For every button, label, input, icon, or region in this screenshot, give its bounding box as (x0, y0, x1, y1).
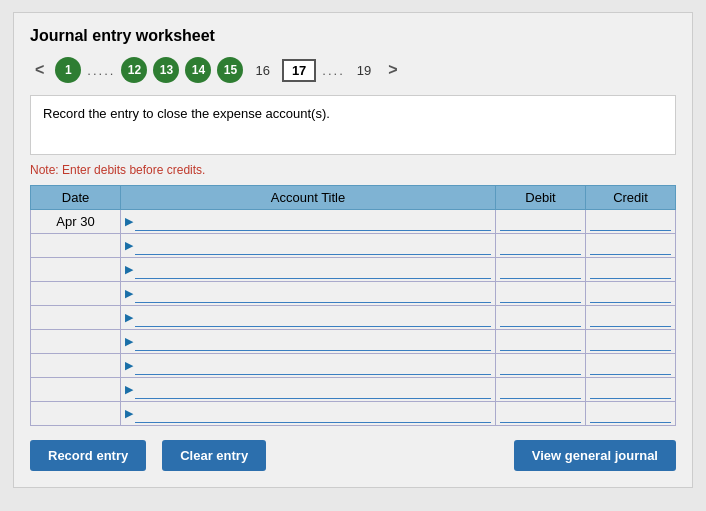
button-row: Record entry Clear entry View general jo… (30, 440, 676, 471)
row-arrow-icon: ▶ (125, 407, 133, 420)
date-cell (31, 402, 121, 426)
date-cell: Apr 30 (31, 210, 121, 234)
credit-cell[interactable] (586, 402, 676, 426)
debit-input[interactable] (500, 309, 581, 327)
credit-cell[interactable] (586, 234, 676, 258)
row-arrow-icon: ▶ (125, 311, 133, 324)
credit-input[interactable] (590, 357, 671, 375)
account-title-input[interactable] (135, 381, 491, 399)
account-title-input[interactable] (135, 285, 491, 303)
credit-cell[interactable] (586, 354, 676, 378)
account-cell[interactable]: ▶ (121, 402, 496, 426)
account-cell[interactable]: ▶ (121, 306, 496, 330)
account-title-input[interactable] (135, 405, 491, 423)
instruction-box: Record the entry to close the expense ac… (30, 95, 676, 155)
account-title-input[interactable] (135, 309, 491, 327)
debit-cell[interactable] (496, 282, 586, 306)
journal-table: Date Account Title Debit Credit Apr 30▶▶… (30, 185, 676, 426)
debit-input[interactable] (500, 285, 581, 303)
account-cell[interactable]: ▶ (121, 234, 496, 258)
account-title-input[interactable] (135, 333, 491, 351)
date-cell (31, 258, 121, 282)
table-row: ▶ (31, 258, 676, 282)
dots-2: .... (322, 63, 344, 78)
credit-cell[interactable] (586, 306, 676, 330)
tab-14[interactable]: 14 (185, 57, 211, 83)
debit-input[interactable] (500, 357, 581, 375)
page-title: Journal entry worksheet (30, 27, 676, 45)
account-cell[interactable]: ▶ (121, 210, 496, 234)
debit-cell[interactable] (496, 354, 586, 378)
credit-cell[interactable] (586, 330, 676, 354)
credit-cell[interactable] (586, 378, 676, 402)
header-debit: Debit (496, 186, 586, 210)
debit-cell[interactable] (496, 330, 586, 354)
debit-input[interactable] (500, 237, 581, 255)
debit-input[interactable] (500, 405, 581, 423)
debit-input[interactable] (500, 213, 581, 231)
table-row: ▶ (31, 234, 676, 258)
tab-19[interactable]: 19 (351, 61, 377, 80)
account-cell[interactable]: ▶ (121, 354, 496, 378)
account-title-input[interactable] (135, 213, 491, 231)
record-entry-button[interactable]: Record entry (30, 440, 146, 471)
debit-input[interactable] (500, 261, 581, 279)
clear-entry-button[interactable]: Clear entry (162, 440, 266, 471)
table-row: Apr 30▶ (31, 210, 676, 234)
next-arrow[interactable]: > (383, 59, 402, 81)
account-title-input[interactable] (135, 357, 491, 375)
credit-input[interactable] (590, 237, 671, 255)
account-cell[interactable]: ▶ (121, 330, 496, 354)
tab-13[interactable]: 13 (153, 57, 179, 83)
credit-input[interactable] (590, 285, 671, 303)
dots-1: ..... (87, 63, 115, 78)
row-arrow-icon: ▶ (125, 359, 133, 372)
account-cell[interactable]: ▶ (121, 258, 496, 282)
instruction-text: Record the entry to close the expense ac… (43, 106, 330, 121)
main-container: Journal entry worksheet < 1 ..... 12 13 … (13, 12, 693, 488)
view-journal-button[interactable]: View general journal (514, 440, 676, 471)
debit-cell[interactable] (496, 402, 586, 426)
credit-input[interactable] (590, 405, 671, 423)
debit-cell[interactable] (496, 210, 586, 234)
debit-cell[interactable] (496, 258, 586, 282)
note-text: Note: Enter debits before credits. (30, 163, 676, 177)
debit-cell[interactable] (496, 306, 586, 330)
tab-12[interactable]: 12 (121, 57, 147, 83)
tab-16[interactable]: 16 (249, 61, 275, 80)
table-row: ▶ (31, 306, 676, 330)
debit-cell[interactable] (496, 378, 586, 402)
tab-1[interactable]: 1 (55, 57, 81, 83)
tab-17-active[interactable]: 17 (282, 59, 316, 82)
credit-input[interactable] (590, 381, 671, 399)
date-cell (31, 330, 121, 354)
row-arrow-icon: ▶ (125, 335, 133, 348)
date-cell (31, 378, 121, 402)
debit-input[interactable] (500, 381, 581, 399)
date-cell (31, 354, 121, 378)
credit-input[interactable] (590, 333, 671, 351)
tab-15[interactable]: 15 (217, 57, 243, 83)
row-arrow-icon: ▶ (125, 383, 133, 396)
date-cell (31, 234, 121, 258)
credit-input[interactable] (590, 261, 671, 279)
date-cell (31, 282, 121, 306)
account-cell[interactable]: ▶ (121, 378, 496, 402)
account-title-input[interactable] (135, 237, 491, 255)
credit-cell[interactable] (586, 210, 676, 234)
credit-input[interactable] (590, 213, 671, 231)
credit-cell[interactable] (586, 282, 676, 306)
row-arrow-icon: ▶ (125, 239, 133, 252)
account-cell[interactable]: ▶ (121, 282, 496, 306)
credit-input[interactable] (590, 309, 671, 327)
credit-cell[interactable] (586, 258, 676, 282)
account-title-input[interactable] (135, 261, 491, 279)
debit-cell[interactable] (496, 234, 586, 258)
header-credit: Credit (586, 186, 676, 210)
tab-navigation: < 1 ..... 12 13 14 15 16 17 .... 19 > (30, 57, 676, 83)
debit-input[interactable] (500, 333, 581, 351)
prev-arrow[interactable]: < (30, 59, 49, 81)
table-row: ▶ (31, 402, 676, 426)
row-arrow-icon: ▶ (125, 287, 133, 300)
header-account: Account Title (121, 186, 496, 210)
